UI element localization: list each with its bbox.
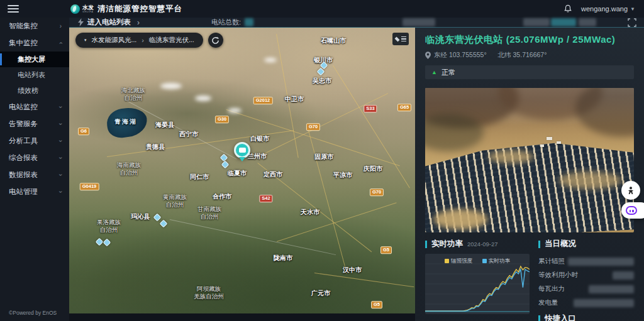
enter-station-list-button[interactable]: 进入电站列表 ›	[78, 18, 140, 27]
layers-icon	[395, 36, 400, 41]
map-label: 临夏市	[228, 170, 247, 178]
map-label: 海南藏族 自治州	[117, 161, 141, 177]
notification-bell-icon[interactable]	[564, 4, 572, 13]
overview-value-redacted	[568, 258, 634, 266]
map-cluster-marker[interactable]	[153, 214, 162, 222]
road-badge: G70	[370, 188, 384, 196]
sidebar-item-0[interactable]: 智能集控›	[0, 18, 69, 35]
legend-item[interactable]: 辐照强度	[445, 258, 472, 265]
breadcrumb-station[interactable]: 临洮东营光伏...	[149, 36, 194, 45]
hamburger-menu-icon[interactable]	[8, 5, 19, 13]
chevron-right-icon: ›	[142, 36, 144, 44]
map-road-line	[333, 65, 410, 188]
status-text: 正常	[441, 68, 455, 77]
map-road-line	[276, 34, 299, 158]
user-name: wengang.wang	[581, 5, 628, 13]
station-map-pin[interactable]	[234, 142, 250, 161]
legend-item[interactable]: 实时功率	[482, 258, 510, 265]
chatbot-floating-button[interactable]	[621, 202, 644, 219]
sidebar-item-2[interactable]: 集控大屏	[0, 52, 69, 67]
status-triangle-icon: ▲	[431, 69, 437, 75]
map-label: 庆阳市	[364, 165, 382, 173]
map-label: 吴忠市	[313, 77, 331, 85]
map-label: 平凉市	[333, 171, 352, 180]
chevron-down-icon: ›	[57, 157, 64, 159]
road-badge: G0419	[80, 183, 99, 190]
realtime-power-title: 实时功率	[431, 239, 463, 249]
breadcrumb-group[interactable]: 水发能源风光...	[92, 36, 137, 45]
app-title: 清洁能源管控智慧平台	[97, 4, 182, 14]
map-cluster-marker[interactable]	[220, 154, 228, 162]
sidebar-item-1[interactable]: 集中监控›	[0, 35, 69, 52]
road-badge: G5	[371, 301, 382, 308]
fullscreen-icon[interactable]	[628, 18, 636, 27]
map-label: 果洛藏族 自治州	[97, 219, 121, 234]
snow-patch	[195, 95, 211, 101]
overview-value-redacted	[574, 299, 634, 307]
station-title: 临洮东营光伏电站 (25.076MWp / 25MWac)	[425, 34, 634, 46]
section-accent-bar	[538, 315, 540, 321]
chart-line-辐照强度	[425, 266, 530, 311]
road-badge: G65	[397, 104, 411, 111]
robot-icon	[626, 206, 637, 215]
sidebar-item-5[interactable]: 电站监控›	[0, 99, 69, 116]
map-label: 海北藏族 自治州	[121, 87, 145, 102]
map-label: 玛沁县	[131, 213, 150, 221]
sidebar-item-6[interactable]: 告警服务›	[0, 116, 69, 133]
road-badge: G30	[215, 116, 229, 123]
map-cluster-marker[interactable]	[160, 220, 168, 228]
chevron-down-icon: ›	[57, 174, 64, 176]
app-header: 水发 SHUIFA 清洁能源管控智慧平台 wengang.wang ▼	[0, 0, 644, 18]
shortcuts-title: 快捷入口	[545, 313, 576, 321]
sidebar-item-4[interactable]: 绩效榜	[0, 83, 69, 99]
qinghai-lake	[105, 106, 149, 139]
satellite-map[interactable]: ▾ 水发能源风光... › 临洮东营光伏... 石嘴山市银川市吴忠市中卫市海晏县…	[69, 28, 415, 313]
chevron-right-icon: ›	[60, 23, 62, 30]
sidebar: 智能集控›集中监控›集控大屏电站列表绩效榜电站监控›告警服务›分析工具›综合报表…	[0, 18, 69, 321]
station-total-value-redacted	[245, 18, 253, 26]
overview-row-3: 发电量	[538, 296, 634, 310]
road-badge: G5	[380, 246, 392, 254]
status-badge: ▲ 正常	[425, 65, 634, 79]
map-road-line	[226, 109, 400, 166]
map-breadcrumb[interactable]: ▾ 水发能源风光... › 临洮东营光伏...	[75, 33, 203, 48]
map-cluster-marker[interactable]	[96, 238, 104, 246]
redacted-block	[402, 18, 435, 26]
longitude: 东经 103.755555°	[434, 51, 487, 60]
app-logo: 水发 SHUIFA	[70, 4, 94, 14]
sidebar-item-10[interactable]: 电站管理›	[0, 183, 69, 200]
lightning-icon	[78, 18, 84, 26]
map-layers-button[interactable]	[392, 33, 409, 45]
map-cluster-marker[interactable]	[103, 239, 111, 247]
redacted-block	[579, 18, 596, 26]
map-label: 黄南藏族 自治州	[163, 193, 187, 209]
overview-row-0: 累计辐照	[538, 254, 634, 268]
map-label: 陇南市	[274, 254, 292, 263]
daily-overview-title: 当日概况	[545, 239, 576, 249]
map-road-line	[314, 273, 414, 287]
latitude: 北纬 35.716667°	[498, 51, 547, 60]
assistant-floating-button[interactable]	[621, 181, 640, 200]
map-label: 广元市	[311, 290, 330, 298]
sidebar-item-8[interactable]: 综合报表›	[0, 150, 69, 166]
chevron-down-icon: ›	[57, 106, 64, 108]
chevron-down-icon: ▾	[84, 38, 87, 43]
sidebar-item-3[interactable]: 电站列表	[0, 67, 69, 83]
location-pin-icon	[425, 52, 431, 59]
user-menu[interactable]: wengang.wang ▼	[581, 5, 635, 13]
chevron-down-icon: ▼	[630, 6, 635, 12]
chevron-down-icon: ›	[57, 123, 64, 125]
map-label: 甘南藏族 自治州	[197, 205, 221, 220]
snow-patch	[264, 58, 277, 62]
map-refresh-button[interactable]	[208, 33, 223, 48]
logo-icon	[70, 4, 80, 14]
map-road-line	[258, 93, 388, 157]
top-toolbar: 进入电站列表 › 电站总数:	[69, 18, 644, 28]
station-total-label: 电站总数:	[211, 18, 241, 27]
overview-row-1: 等效利用小时	[538, 268, 634, 282]
snow-patch	[160, 83, 182, 89]
chevron-down-icon: ›	[57, 191, 64, 193]
map-cluster-marker[interactable]	[221, 161, 230, 169]
sidebar-item-7[interactable]: 分析工具›	[0, 133, 69, 150]
sidebar-item-9[interactable]: 数据报表›	[0, 166, 69, 183]
